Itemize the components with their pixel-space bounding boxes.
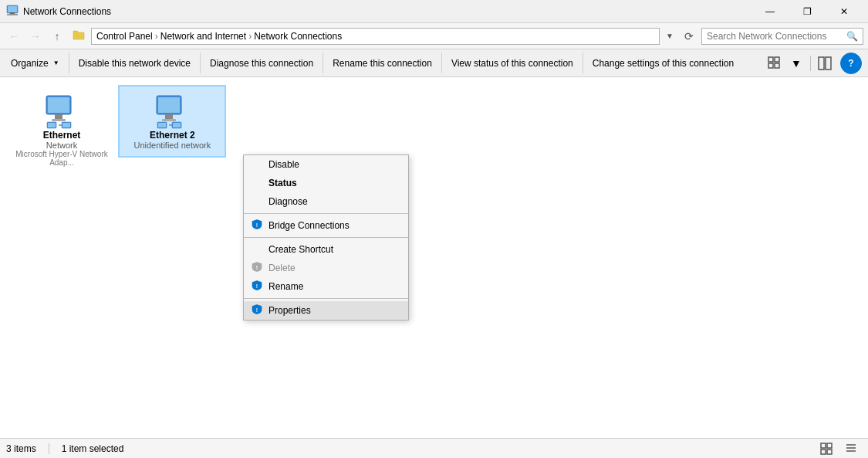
ctx-shortcut[interactable]: Create Shortcut [244, 240, 408, 259]
svg-rect-21 [165, 114, 173, 119]
ctx-status-label: Status [269, 178, 297, 188]
svg-text:!: ! [256, 222, 258, 228]
svg-rect-33 [827, 443, 832, 448]
rename-button[interactable]: Rename this connection [325, 49, 440, 76]
ctx-sep-2 [244, 237, 408, 238]
status-grid-view[interactable] [816, 438, 837, 459]
title-bar: Network Connections — ❐ ✕ [0, 0, 868, 23]
path-part-1: Control Panel [96, 31, 153, 42]
up-button[interactable]: ↑ [48, 27, 66, 46]
window-controls: — ❐ ✕ [752, 0, 862, 23]
status-view-buttons [816, 438, 862, 459]
item-count: 3 items [6, 443, 36, 454]
minimize-button[interactable]: — [752, 0, 788, 23]
ctx-rename-label: Rename [269, 281, 303, 292]
ethernet2-icon [154, 93, 191, 130]
disable-network-button[interactable]: Disable this network device [71, 49, 198, 76]
search-box[interactable]: 🔍 [701, 28, 863, 45]
close-button[interactable]: ✕ [826, 0, 862, 23]
shield-icon-bridge: ! [252, 219, 262, 232]
window-title: Network Connections [23, 6, 752, 17]
svg-rect-15 [48, 123, 56, 127]
view-status-button[interactable]: View status of this connection [444, 49, 581, 76]
svg-rect-32 [821, 443, 826, 448]
folder-icon [73, 29, 85, 43]
svg-rect-20 [158, 97, 180, 113]
status-bar: 3 items 1 item selected [0, 438, 868, 458]
ctx-status[interactable]: Status [244, 174, 408, 192]
address-path[interactable]: Control Panel › Network and Internet › N… [91, 28, 660, 45]
ctx-properties[interactable]: ! Properties [244, 301, 408, 320]
layout-button[interactable] [814, 53, 836, 74]
svg-rect-22 [162, 119, 176, 121]
svg-text:!: ! [256, 307, 258, 313]
organize-label: Organize [11, 58, 49, 69]
ctx-rename[interactable]: ! Rename [244, 277, 408, 296]
path-part-3: Network Connections [254, 31, 342, 42]
svg-rect-8 [819, 57, 824, 70]
toolbar-separator-4 [441, 53, 442, 73]
svg-rect-5 [775, 57, 779, 62]
toolbar-separator-2 [200, 53, 201, 73]
svg-rect-6 [768, 63, 773, 68]
status-separator [49, 443, 49, 454]
search-input[interactable] [707, 31, 846, 42]
ethernet-adapter: Microsoft Hyper-V Network Adap... [15, 150, 108, 167]
toolbar-separator-3 [323, 53, 323, 73]
view-dropdown-button[interactable]: ▼ [785, 53, 807, 74]
ethernet2-item[interactable]: Ethernet 2 Unidentified network [118, 85, 226, 158]
back-button[interactable]: ← [5, 27, 23, 46]
ethernet-name: Ethernet [43, 130, 81, 141]
change-settings-button[interactable]: Change settings of this connection [585, 49, 741, 76]
toolbar: Organize ▼ Disable this network device D… [0, 49, 868, 77]
window-icon [6, 4, 19, 19]
svg-rect-35 [827, 450, 832, 454]
svg-rect-13 [52, 119, 66, 121]
organize-button[interactable]: Organize ▼ [3, 49, 67, 76]
address-bar: ← → ↑ Control Panel › Network and Intern… [0, 23, 868, 49]
svg-rect-11 [48, 97, 69, 113]
ctx-delete[interactable]: ! Delete [244, 259, 408, 277]
ethernet-item[interactable]: Ethernet Network Microsoft Hyper-V Netwo… [8, 85, 116, 175]
ethernet2-desc: Unidentified network [134, 141, 211, 150]
svg-text:!: ! [256, 265, 258, 270]
svg-rect-4 [768, 57, 773, 62]
svg-rect-1 [8, 6, 17, 12]
ctx-sep-3 [244, 298, 408, 299]
toolbar-separator-1 [69, 53, 69, 73]
svg-rect-2 [7, 14, 18, 15]
ctx-disable[interactable]: Disable [244, 155, 408, 174]
svg-rect-27 [173, 123, 181, 127]
svg-rect-9 [826, 57, 831, 70]
shield-icon-delete: ! [252, 262, 262, 275]
ctx-shortcut-label: Create Shortcut [269, 244, 333, 255]
view-icons-button[interactable] [764, 53, 785, 74]
svg-text:!: ! [256, 283, 258, 289]
help-button[interactable]: ? [840, 53, 862, 74]
diagnose-button[interactable]: Diagnose this connection [202, 49, 321, 76]
path-part-2: Network and Internet [160, 31, 246, 42]
ctx-properties-label: Properties [269, 305, 311, 316]
svg-rect-18 [62, 123, 70, 127]
main-content: Ethernet Network Microsoft Hyper-V Netwo… [0, 77, 868, 438]
ctx-diagnose-label: Diagnose [269, 196, 308, 207]
organize-arrow: ▼ [53, 59, 59, 66]
refresh-button[interactable]: ⟳ [680, 27, 698, 46]
ctx-bridge[interactable]: ! Bridge Connections [244, 216, 408, 235]
svg-rect-34 [821, 450, 826, 454]
svg-rect-24 [158, 123, 166, 127]
ctx-diagnose[interactable]: Diagnose [244, 192, 408, 211]
ethernet-desc: Network [46, 141, 77, 150]
restore-button[interactable]: ❐ [789, 0, 825, 23]
address-chevron[interactable]: ▼ [663, 28, 677, 45]
svg-rect-3 [10, 12, 15, 14]
forward-button[interactable]: → [26, 27, 45, 46]
ethernet-icon [43, 93, 80, 130]
ctx-disable-label: Disable [269, 159, 299, 170]
ctx-delete-label: Delete [269, 263, 296, 273]
svg-rect-12 [55, 114, 62, 119]
status-list-view[interactable] [840, 438, 862, 459]
context-menu: Disable Status Diagnose ! Bridge Connect… [243, 154, 409, 321]
selection-count: 1 item selected [62, 443, 124, 454]
shield-icon-properties: ! [252, 304, 262, 317]
